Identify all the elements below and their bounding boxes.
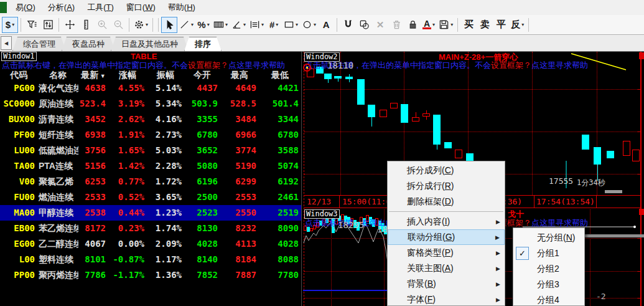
table-row-LU00[interactable]: LU00低硫燃油连续37561.65%5.03%365237743588 bbox=[0, 143, 301, 158]
menubar-item-0[interactable]: 易(O) bbox=[9, 0, 42, 15]
table-row-BUX00[interactable]: BUX00沥青连续34522.62%4.16%335534843344 bbox=[0, 112, 301, 127]
menu-item-9[interactable]: 字体(F)▶ bbox=[388, 292, 505, 306]
reverse-button[interactable]: 反▾ bbox=[509, 17, 526, 33]
table-row-SC0000[interactable]: SC0000原油连续523.43.19%5.34%503.9528.5501.4 bbox=[0, 96, 301, 112]
column-header-6[interactable]: 最高 bbox=[220, 69, 259, 82]
submenu-item-4[interactable]: 分组4 bbox=[513, 292, 584, 306]
submenu-item-0[interactable]: 无分组(N) bbox=[513, 230, 584, 246]
tab-日盘及其他品种[interactable]: 日盘及其他品种 bbox=[111, 37, 189, 51]
overlap-icon[interactable] bbox=[356, 17, 372, 33]
circle-icon[interactable]: ▾ bbox=[300, 17, 318, 33]
menu-item-7[interactable]: 关联主图(A)▶ bbox=[388, 261, 505, 276]
column-header-4[interactable]: 振幅 bbox=[147, 69, 184, 82]
column-header-2[interactable]: 最新 ▼ bbox=[78, 69, 108, 82]
dropdown-caret-icon[interactable]: ▾ bbox=[296, 22, 298, 27]
cursor-icon[interactable] bbox=[161, 17, 177, 33]
dropdown-caret-icon[interactable]: ▾ bbox=[146, 22, 148, 27]
table-row-PF00[interactable]: PF00短纤连续69381.91%2.73%678069666780 bbox=[0, 127, 301, 143]
table-row-L00[interactable]: L00塑料连续8101-0.87%1.17%814081848088 bbox=[0, 252, 301, 267]
dropdown-caret-icon[interactable]: ▾ bbox=[12, 22, 14, 27]
submenu-item-3[interactable]: 分组3 bbox=[513, 277, 584, 292]
close-position-button[interactable]: 平 bbox=[493, 17, 509, 33]
grid-icon-glyph: # bbox=[269, 19, 274, 30]
line-icon[interactable]: ▾ bbox=[177, 17, 195, 33]
menu-item-2[interactable]: 删除框架(D) bbox=[388, 194, 505, 209]
angle-icon[interactable]: ▾ bbox=[230, 17, 248, 33]
dropdown-caret-icon[interactable]: ▾ bbox=[225, 22, 228, 27]
gear-icon[interactable]: ▾ bbox=[132, 17, 150, 33]
move-icon[interactable] bbox=[62, 17, 78, 33]
spacing-icon[interactable]: ▾ bbox=[248, 17, 266, 33]
dropdown-caret-icon[interactable]: ▾ bbox=[207, 22, 210, 27]
table-row-PG00[interactable]: PG00液化气连续46384.55%5.14%443746494421 bbox=[0, 80, 301, 96]
rect-icon[interactable]: ▾ bbox=[282, 17, 300, 33]
tab-排序[interactable]: 排序 bbox=[184, 37, 222, 51]
menu-item-6[interactable]: 窗格类型(P)▶ bbox=[388, 245, 505, 261]
lock-icon[interactable] bbox=[404, 17, 421, 33]
table-row-FU00[interactable]: FU00燃油连续25330.52%3.65%250025532461 bbox=[0, 189, 301, 205]
grid-icon[interactable]: #▾ bbox=[266, 17, 282, 33]
sell-button[interactable]: 卖 bbox=[477, 17, 493, 33]
submenu-arrow-icon: ▶ bbox=[496, 261, 500, 277]
menubar-item-3[interactable]: 窗口(W) bbox=[120, 0, 162, 15]
menu-item-5[interactable]: 联动分组(G)▶ bbox=[388, 229, 505, 245]
dropdown-caret-icon[interactable]: ▾ bbox=[432, 22, 435, 27]
table-row-EB00[interactable]: EB00苯乙烯连续81720.23%1.74%813082328090 bbox=[0, 221, 301, 236]
submenu-item-2[interactable]: 分组2 bbox=[513, 261, 584, 277]
dropdown-caret-icon[interactable]: ▾ bbox=[243, 22, 246, 27]
table-row-V00[interactable]: V00聚氯乙烯62530.77%1.72%619662996192 bbox=[0, 174, 301, 189]
dollar-icon[interactable]: $▾ bbox=[2, 17, 18, 33]
dropdown-caret-icon[interactable]: ▾ bbox=[314, 22, 316, 27]
tab-夜盘品种[interactable]: 夜盘品种 bbox=[62, 37, 115, 51]
barcode-icon[interactable]: ▾ bbox=[212, 17, 230, 33]
save-icon[interactable]: ▾ bbox=[437, 17, 455, 33]
cell-5: 503.9 bbox=[184, 96, 220, 112]
table-row-EG00[interactable]: EG00乙二醇连续40670.00%2.09%402841134028 bbox=[0, 236, 301, 252]
filter-icon[interactable] bbox=[24, 17, 40, 33]
table-row-TA00[interactable]: TA00PTA连续51561.42%2.28%508051905074 bbox=[0, 158, 301, 174]
cell-1: 低硫燃油连续 bbox=[37, 143, 78, 158]
cell-2: 4638 bbox=[78, 80, 108, 96]
magnet-icon[interactable] bbox=[340, 17, 356, 33]
menu-item-8[interactable]: 背景(B)▶ bbox=[388, 276, 505, 292]
dropdown-caret-icon[interactable]: ▾ bbox=[521, 22, 524, 27]
dropdown-caret-icon[interactable]: ▾ bbox=[276, 22, 278, 27]
submenu-item-1[interactable]: 分组1✓ bbox=[513, 246, 584, 261]
cell-1: 聚氯乙烯 bbox=[37, 174, 78, 189]
buy-button[interactable]: 买 bbox=[460, 17, 477, 33]
candle-down bbox=[345, 77, 353, 79]
dropdown-caret-icon[interactable]: ▾ bbox=[261, 22, 264, 27]
app-icon-fragment bbox=[0, 2, 7, 13]
window2-help-link[interactable]: 点这里寻求帮助 bbox=[531, 60, 588, 70]
window3-help-link[interactable]: 点这里寻求帮助 bbox=[531, 218, 588, 227]
cell-4: 5.03% bbox=[147, 143, 184, 158]
column-header-7[interactable]: 最低 bbox=[259, 69, 301, 82]
column-header-5[interactable]: 今开 bbox=[184, 69, 220, 82]
table-row-PP00[interactable]: PP00聚丙烯连续7786-1.17%1.36%785278877780 bbox=[0, 267, 301, 283]
submenu-arrow-icon: ▶ bbox=[496, 292, 500, 306]
menu-item-4[interactable]: 插入内容(I)▶ bbox=[388, 214, 505, 229]
menubar-item-2[interactable]: 工具(T) bbox=[81, 0, 120, 15]
percent-icon[interactable]: %▾ bbox=[195, 17, 212, 33]
dropdown-caret-icon[interactable]: ▾ bbox=[191, 22, 194, 27]
table-row-MA00[interactable]: MA00甲醇连续25380.44%1.23%252325502519 bbox=[0, 205, 301, 221]
submenu-arrow-icon: ▶ bbox=[495, 231, 500, 245]
column-header-3[interactable]: 涨幅 bbox=[108, 69, 147, 82]
menu-item-1[interactable]: 拆分成行(R) bbox=[388, 178, 505, 194]
column-header-1[interactable]: 名称 bbox=[37, 69, 78, 82]
window1-help-link[interactable]: 点这里寻求帮助 bbox=[228, 60, 285, 70]
menubar-item-4[interactable]: 帮助(H) bbox=[162, 0, 202, 15]
dollar-icon-glyph: $ bbox=[6, 19, 11, 30]
column-header-0[interactable]: 代码 bbox=[0, 69, 37, 82]
ruler-icon[interactable] bbox=[78, 17, 94, 33]
tab-综合管理[interactable]: 综合管理 bbox=[12, 37, 66, 51]
menubar-item-1[interactable]: 分析(A) bbox=[42, 0, 81, 15]
sort-icon[interactable] bbox=[40, 17, 56, 33]
time-axis-label: 12/13 bbox=[307, 197, 331, 206]
menu-item-0[interactable]: 拆分成列(C) bbox=[388, 163, 505, 178]
dropdown-caret-icon[interactable]: ▾ bbox=[450, 22, 453, 27]
font-color-icon[interactable]: A▾ bbox=[421, 17, 437, 33]
tab-scroll-left-button[interactable]: ◀ bbox=[1, 36, 12, 50]
window1-quote-table[interactable]: Window1TABLE点击鼠标右键，在弹出的菜单中指定窗口内容。不会设置框架？… bbox=[0, 52, 301, 306]
text-icon[interactable]: A bbox=[318, 17, 334, 33]
